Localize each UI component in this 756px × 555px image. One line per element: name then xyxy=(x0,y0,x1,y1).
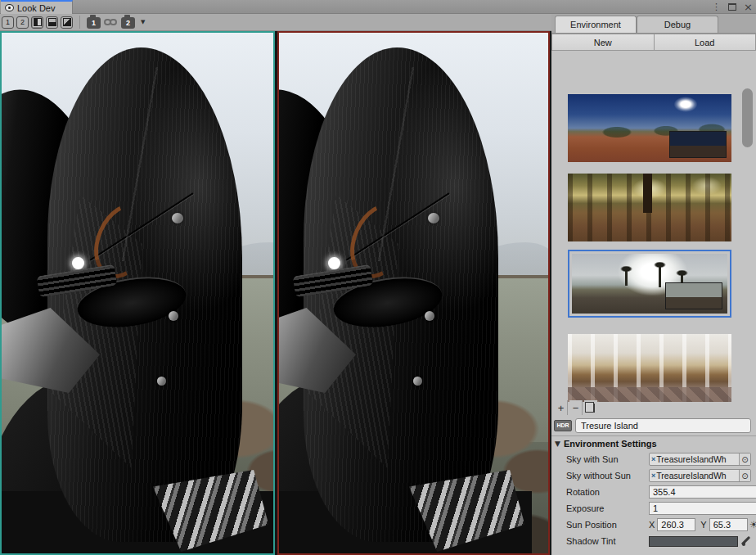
sky-without-sun-object-field[interactable]: × TreasureIslandWh ⊙ xyxy=(649,469,751,482)
duplicate-icon xyxy=(587,404,595,413)
jaw-bolt xyxy=(413,377,422,386)
env-thumbnail-church[interactable] xyxy=(568,334,731,402)
sky-with-sun-row: Sky with Sun × TreasureIslandWh ⊙ xyxy=(551,451,756,467)
environment-list-controls: + − xyxy=(555,399,597,415)
env-thumbnail-treasure-island-selected[interactable] xyxy=(568,250,731,318)
cheek-bolt xyxy=(425,311,434,321)
foldout-caret-icon: ▼ xyxy=(555,440,560,448)
env-thumbnail-inset xyxy=(665,282,722,309)
split-vertical-icon xyxy=(34,18,42,26)
environment-slot-1-button[interactable]: 1 xyxy=(87,17,101,29)
tab-debug[interactable]: Debug xyxy=(637,16,718,33)
object-picker-icon[interactable]: ⊙ xyxy=(739,470,750,481)
eye-icon xyxy=(5,4,14,11)
environment-name-input[interactable] xyxy=(575,418,751,433)
x-axis-label: X xyxy=(649,520,655,530)
sky-without-sun-value: TreasureIslandWh xyxy=(656,471,739,481)
temple-bolt xyxy=(428,213,439,223)
cubemap-icon: × xyxy=(650,472,656,480)
shadow-tint-swatch[interactable] xyxy=(649,536,738,547)
split-view-button[interactable] xyxy=(46,16,58,29)
palm-tree-icon xyxy=(625,270,628,286)
robot-eye-light xyxy=(72,257,84,269)
render-view-2[interactable] xyxy=(277,31,550,555)
lookdev-viewport xyxy=(0,31,551,555)
y-axis-label: Y xyxy=(700,520,706,530)
environment-settings-header[interactable]: ▼ Environment Settings xyxy=(551,436,756,450)
sky-without-sun-label: Sky without Sun xyxy=(566,471,649,481)
lookdev-window-tab[interactable]: Look Dev xyxy=(1,0,73,14)
sun-position-label: Sun Position xyxy=(566,520,649,530)
env-thumbnail-inset xyxy=(669,131,727,158)
sky-with-sun-value: TreasureIslandWh xyxy=(656,454,739,464)
split-diagonal-icon xyxy=(63,18,71,26)
cheek-bolt xyxy=(169,311,178,321)
split-horizontal-icon xyxy=(48,18,56,26)
cubemap-icon: × xyxy=(650,455,656,463)
sky-without-sun-row: Sky without Sun × TreasureIslandWh ⊙ xyxy=(551,467,756,484)
window-menu-icon[interactable]: ⋮ xyxy=(712,0,721,14)
shadow-tint-label: Shadow Tint xyxy=(566,536,649,546)
env-thumbnail-forest[interactable] xyxy=(568,174,731,241)
object-picker-icon[interactable]: ⊙ xyxy=(739,453,750,465)
window-titlebar: Look Dev ⋮ × xyxy=(0,0,756,14)
panel-tab-strip: Environment Debug xyxy=(551,14,756,34)
maximize-icon[interactable] xyxy=(728,3,736,11)
lookdev-toolbar: 1 2 1 2 ▼ xyxy=(0,14,551,31)
env-thumbnail-desert-sun[interactable] xyxy=(568,94,731,162)
new-button[interactable]: New xyxy=(551,34,655,51)
scrollbar-thumb[interactable] xyxy=(742,88,753,147)
palm-tree-icon xyxy=(659,266,661,287)
sun-icon[interactable]: ☀ xyxy=(749,519,756,530)
close-icon[interactable]: × xyxy=(744,0,753,14)
eyedropper-icon[interactable] xyxy=(740,535,751,547)
zone-view-button[interactable] xyxy=(61,16,73,29)
chevron-down-icon[interactable]: ▼ xyxy=(141,19,145,25)
sky-with-sun-object-field[interactable]: × TreasureIslandWh ⊙ xyxy=(649,453,751,466)
add-environment-button[interactable]: + xyxy=(555,400,568,415)
link-environments-icon[interactable] xyxy=(104,16,118,28)
jaw-bolt xyxy=(157,377,166,386)
single-view-2-button[interactable]: 2 xyxy=(16,16,29,29)
sun-position-row: Sun Position X Y ☀ xyxy=(551,517,756,533)
render-view-1[interactable] xyxy=(0,31,275,555)
hdr-badge: HDR xyxy=(554,420,572,431)
robot-eye-light xyxy=(328,257,340,269)
sky-with-sun-label: Sky with Sun xyxy=(566,454,649,464)
remove-environment-button[interactable]: − xyxy=(569,400,583,415)
exposure-row: Exposure xyxy=(551,500,756,517)
load-button[interactable]: Load xyxy=(655,34,756,51)
settings-header-label: Environment Settings xyxy=(564,439,657,449)
rotation-row: Rotation xyxy=(551,484,756,500)
shadow-tint-row: Shadow Tint xyxy=(551,533,756,549)
sun-position-x-input[interactable] xyxy=(657,518,695,531)
exposure-input[interactable] xyxy=(649,502,756,515)
rotation-input[interactable] xyxy=(649,485,756,499)
single-view-1-button[interactable]: 1 xyxy=(2,16,14,29)
window-title: Look Dev xyxy=(17,3,55,13)
duplicate-environment-button[interactable] xyxy=(584,400,597,415)
environment-slot-2-button[interactable]: 2 xyxy=(121,17,135,29)
exposure-label: Exposure xyxy=(566,503,649,513)
render-scene xyxy=(2,33,275,555)
sun-position-y-input[interactable] xyxy=(709,518,748,531)
environment-panel: Environment Debug New Load + − HDR xyxy=(551,14,756,555)
side-by-side-view-button[interactable] xyxy=(31,16,43,29)
hdr-name-row: HDR xyxy=(551,415,756,435)
tab-environment[interactable]: Environment xyxy=(555,16,637,33)
render-scene xyxy=(277,33,550,555)
toolbar-separator xyxy=(79,16,80,29)
rotation-label: Rotation xyxy=(566,487,649,497)
environment-list: + − xyxy=(551,51,756,415)
temple-bolt xyxy=(172,213,183,223)
treasure-island-pano xyxy=(572,254,727,314)
